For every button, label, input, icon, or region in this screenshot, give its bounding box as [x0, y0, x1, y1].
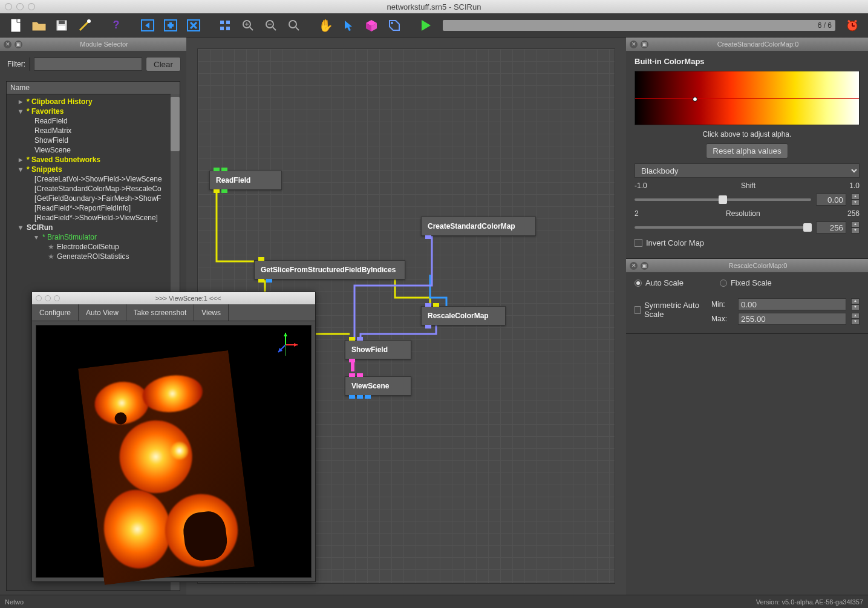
node-getslice[interactable]: GetSliceFromStructuredFieldByIndices	[254, 260, 405, 279]
svg-point-32	[391, 22, 393, 24]
panel-close-button[interactable]: ✕	[4, 41, 11, 48]
snap-left-button[interactable]	[137, 15, 158, 36]
tree-snip1[interactable]: [CreateLatVol->ShowField->ViewScene	[7, 174, 180, 184]
node-createcolormap[interactable]: CreateStandardColorMap	[421, 217, 536, 236]
wand-button[interactable]	[74, 15, 96, 36]
alpha-cursor[interactable]	[693, 97, 697, 102]
resolution-value[interactable]	[816, 221, 846, 234]
panel-title: Module Selector	[25, 41, 183, 48]
reset-alpha-button[interactable]: Reset alpha values	[706, 143, 788, 159]
builtin-colormaps-label: Built-in ColorMaps	[635, 57, 860, 66]
help-button[interactable]: ?	[105, 15, 127, 36]
pointer-button[interactable]	[338, 15, 359, 36]
symmetric-checkbox[interactable]	[635, 306, 641, 314]
tree-electrode[interactable]: ★ElectrodeCoilSetup	[7, 242, 180, 252]
viewscene-title: >>> ViewScene:1 <<<	[65, 295, 312, 302]
shift-stepper[interactable]: ▲▼	[851, 194, 860, 206]
svg-marker-33	[422, 20, 431, 31]
svg-marker-7	[145, 22, 149, 28]
tree-fav-readmatrix[interactable]: ReadMatrix	[7, 126, 180, 136]
tree-brainstim[interactable]: ▾* BrainStimulator	[7, 232, 180, 242]
grid-button[interactable]	[214, 15, 236, 36]
filter-input[interactable]	[34, 57, 142, 71]
vs-close-button[interactable]	[36, 295, 42, 301]
colormap-undock-button[interactable]: ▣	[641, 41, 648, 48]
vs-screenshot-button[interactable]: Take screenshot	[126, 304, 194, 321]
vs-views-button[interactable]: Views	[194, 304, 229, 321]
tree-snippets[interactable]: ▾* Snippets	[7, 165, 180, 174]
invert-checkbox[interactable]	[635, 239, 642, 247]
colormap-select[interactable]: Blackbody	[635, 163, 860, 178]
package-button[interactable]	[361, 15, 382, 36]
snap-center-button[interactable]	[160, 15, 181, 36]
node-showfield[interactable]: ShowField	[345, 340, 411, 359]
progress-text: 6 / 6	[818, 21, 832, 30]
alarm-icon[interactable]	[841, 15, 863, 36]
viewscene-window[interactable]: >>> ViewScene:1 <<< Configure Auto View …	[31, 292, 316, 582]
new-file-button[interactable]	[5, 15, 27, 36]
tree-clipboard[interactable]: ▸* Clipboard History	[7, 97, 180, 106]
tree-snip5[interactable]: [ReadField*->ShowField->ViewScene]	[7, 213, 180, 223]
tree-snip4[interactable]: [ReadField*->ReportFieldInfo]	[7, 203, 180, 213]
save-button[interactable]	[51, 15, 73, 36]
min-input[interactable]	[738, 298, 846, 310]
colormap-close-button[interactable]: ✕	[630, 41, 638, 48]
panel-undock-button[interactable]: ▣	[15, 41, 22, 48]
zoom-out-button[interactable]	[260, 15, 282, 36]
rescale-undock-button[interactable]: ▣	[641, 262, 648, 270]
tree-fav-readfield[interactable]: ReadField	[7, 116, 180, 126]
tree-snip3[interactable]: [GetFieldBoundary->FairMesh->ShowF	[7, 194, 180, 203]
symmetric-label: Symmetric Auto Scale	[644, 301, 699, 319]
fixed-scale-radio[interactable]	[720, 279, 727, 287]
zoom-window-button[interactable]	[28, 3, 35, 10]
tree-saved-subnets[interactable]: ▸* Saved Subnetworks	[7, 155, 180, 165]
vs-min-button[interactable]	[45, 295, 51, 301]
colormap-gradient[interactable]	[635, 71, 860, 125]
svg-rect-15	[226, 21, 230, 24]
module-selector-header: ✕ ▣ Module Selector	[0, 38, 186, 51]
clear-filter-button[interactable]: Clear	[146, 57, 181, 71]
resolution-slider[interactable]	[635, 226, 811, 229]
viewscene-titlebar[interactable]: >>> ViewScene:1 <<<	[32, 292, 315, 304]
svg-marker-40	[294, 343, 298, 347]
tree-fav-showfield[interactable]: ShowField	[7, 136, 180, 145]
open-folder-button[interactable]	[28, 15, 50, 36]
tree-favorites[interactable]: ▾* Favorites	[7, 106, 180, 116]
min-stepper[interactable]: ▲▼	[851, 298, 860, 310]
svg-line-19	[250, 27, 253, 30]
svg-rect-3	[58, 26, 65, 30]
rendered-slice	[78, 350, 255, 585]
pan-hand-button[interactable]: ✋	[315, 15, 336, 36]
status-left: Netwo	[5, 598, 24, 606]
vs-autoview-button[interactable]: Auto View	[79, 304, 126, 321]
shift-slider[interactable]	[635, 198, 811, 201]
node-rescale[interactable]: RescaleColorMap	[421, 306, 506, 325]
resolution-stepper[interactable]: ▲▼	[851, 221, 860, 234]
zoom-in-button[interactable]	[237, 15, 259, 36]
run-button[interactable]	[415, 15, 437, 36]
tree-snip2[interactable]: [CreateStandardColorMap->RescaleCo	[7, 184, 180, 194]
minimize-window-button[interactable]	[16, 3, 24, 10]
tree-header-name[interactable]: Name	[7, 82, 180, 94]
vs-configure-button[interactable]: Configure	[32, 304, 79, 321]
max-stepper[interactable]: ▲▼	[851, 313, 860, 325]
tree-scirun[interactable]: ▾SCIRun	[7, 223, 180, 232]
tree-genroi[interactable]: ★GenerateROIStatistics	[7, 252, 180, 261]
node-readfield[interactable]: ReadField	[209, 171, 282, 190]
viewscene-viewport[interactable]	[36, 325, 312, 578]
vs-zoom-button[interactable]	[54, 295, 60, 301]
snap-x-button[interactable]	[183, 15, 204, 36]
tree-fav-viewscene[interactable]: ViewScene	[7, 145, 180, 155]
rescale-close-button[interactable]: ✕	[630, 262, 638, 270]
colormap-panel-title: CreateStandardColorMap:0	[651, 41, 864, 48]
colormap-panel: ✕ ▣ CreateStandardColorMap:0 Built-in Co…	[626, 38, 868, 259]
node-viewscene[interactable]: ViewScene	[345, 376, 411, 396]
svg-point-25	[289, 21, 296, 28]
zoom-reset-button[interactable]	[283, 15, 305, 36]
auto-scale-radio[interactable]	[635, 279, 642, 287]
max-input[interactable]	[738, 313, 846, 325]
shift-value[interactable]	[816, 194, 846, 206]
tag-button[interactable]	[383, 15, 405, 36]
close-window-button[interactable]	[5, 3, 12, 10]
filter-mode-dropdown[interactable]	[29, 57, 30, 71]
